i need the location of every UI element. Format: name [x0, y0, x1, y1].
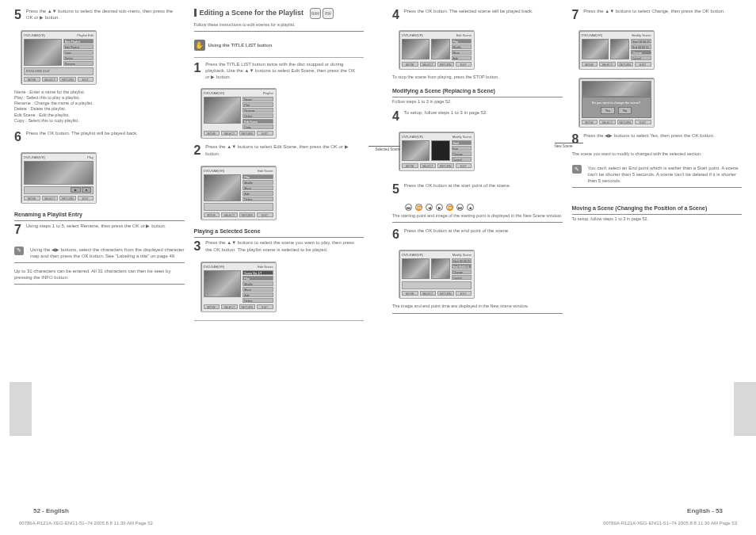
ui-footer-btn[interactable]: MOVE [204, 212, 220, 217]
ui-menu-item[interactable]: Rename [242, 108, 273, 113]
ui-modify-scene: DVD-RAM(VR) Modify Scene Start End Chang… [399, 132, 475, 171]
ui-menu-item[interactable]: Move [242, 287, 273, 292]
ui-footer-btn[interactable]: RETURN [59, 77, 76, 82]
ui-edit-scene: DVD-RAM(VR) Edit Scene Play Modify Move … [200, 166, 277, 220]
ui-footer-btn[interactable]: RETURN [617, 62, 634, 67]
ui-menu-item[interactable]: Add [452, 55, 472, 60]
ui-hdr-left: DVD-RAM(VR) [402, 253, 423, 257]
step-5-text: Press the ▲▼ buttons to select the desir… [26, 8, 179, 21]
ui-preview [582, 39, 609, 59]
ui-menu-item[interactable]: Rename [63, 61, 94, 66]
ui-footer-btn[interactable]: EXIT [78, 196, 94, 201]
ui-menu-item[interactable]: Start [452, 140, 472, 145]
ui-footer-btn[interactable]: SELECT [420, 291, 437, 296]
ui-footer-btn[interactable]: MOVE [402, 291, 418, 296]
ui-footer-btn[interactable]: MOVE [24, 196, 40, 201]
ui-menu-item[interactable]: Copy [242, 124, 273, 129]
ui-menu-item[interactable]: Play [242, 276, 273, 281]
ui-hdr-right: Playlist Edit [77, 33, 94, 37]
ui-footer-btn[interactable]: SELECT [420, 163, 437, 168]
ui-menu-item[interactable]: Delete [242, 113, 273, 118]
ui-footer-btn[interactable]: RETURN [617, 120, 634, 124]
ui-footer-btn[interactable]: MOVE [582, 120, 598, 124]
ui-menu-item[interactable]: End 00:00:51 [452, 264, 472, 269]
ui-preview-selected [431, 39, 450, 59]
ui-footer-btn[interactable]: EXIT [456, 163, 472, 168]
ui-menu-item[interactable]: Play [242, 102, 273, 107]
ui-menu-item[interactable]: Move [242, 185, 273, 190]
ui-menu-item[interactable]: Cancel [452, 157, 472, 162]
note-icon: ✎ [14, 246, 24, 255]
ui-footer-btn[interactable]: EXIT [257, 304, 273, 309]
ui-play: DVD-RAM(VR) Play ▶ ■ MOVE SELECT RETURN … [21, 152, 97, 204]
note-icon: ✎ [572, 165, 582, 174]
ui-menu-item[interactable]: New Playlist [63, 39, 94, 44]
ui-menu-item[interactable]: Modify [242, 281, 273, 286]
ui-footer-btn[interactable]: MOVE [204, 131, 220, 136]
ui-btn[interactable]: ▶ [71, 187, 81, 193]
ui-btn[interactable]: ■ [82, 187, 91, 193]
ui-menu-item[interactable]: Change [452, 269, 472, 274]
transport-icon: ◀ [426, 204, 433, 211]
ui-footer-btn[interactable]: RETURN [239, 212, 256, 217]
modify-title: Modifying a Scene (Replacing a Scene) [392, 88, 563, 97]
playing-scene-title: Playing a Selected Scene [194, 228, 365, 238]
ui-footer-btn[interactable]: SELECT [221, 304, 238, 309]
right-col1: 4 Press the OK button. The selected scen… [392, 8, 563, 319]
ui-menu-item[interactable]: Play [242, 174, 273, 179]
ui-menu-item[interactable]: Add [242, 191, 273, 196]
ui-menu-item[interactable]: Cancel [452, 275, 472, 280]
ui-menu-item[interactable]: Modify [452, 44, 472, 49]
ui-footer-btn[interactable]: MOVE [402, 62, 418, 67]
ui-footer-btn[interactable]: SELECT [42, 196, 59, 201]
ui-hdr-left: DVD-RAM(VR) [582, 33, 603, 37]
dialog-no-button[interactable]: No [618, 107, 632, 114]
ui-menu-item[interactable]: Delete [242, 298, 273, 303]
ui-menu-item[interactable]: Move [452, 50, 472, 55]
ui-menu-item[interactable]: Edit Playlist [63, 44, 94, 49]
ui-footer-btn[interactable]: SELECT [599, 62, 616, 67]
ui-footer-btn[interactable]: RETURN [437, 291, 454, 296]
ui-footer-btn[interactable]: EXIT [257, 131, 273, 136]
ui-playlist-edit: DVD-RAM(VR) Playlist Edit New Playlist E… [21, 30, 97, 85]
ui-menu-item[interactable]: Play [452, 39, 472, 44]
ui-footer-btn[interactable]: SELECT [599, 120, 616, 124]
ui-footer-btn[interactable]: RETURN [239, 131, 256, 136]
ui-menu-item: Start 00:00:25 [631, 39, 651, 44]
ui-menu-item[interactable]: Add [242, 292, 273, 297]
ui-menu-item[interactable]: Change [631, 50, 651, 55]
ui-footer-btn[interactable]: EXIT [635, 120, 651, 124]
ui-menu-item[interactable]: Name [242, 97, 273, 101]
ui-menu-item[interactable]: End [452, 146, 472, 151]
ui-footer-btn[interactable]: RETURN [59, 196, 76, 201]
ui-menu-item[interactable]: Delete [63, 55, 94, 60]
ui-hdr-left: DVD-RAM(VR) [24, 155, 45, 159]
step-6: 6 Press the OK button. The playlist will… [14, 130, 185, 144]
step-6b: 6 Press the OK button at the end point o… [392, 227, 563, 242]
ui-menu-item[interactable]: Copy [63, 50, 94, 55]
ui-menu-item[interactable]: Delete [242, 197, 273, 201]
ui-footer-btn[interactable]: EXIT [635, 62, 651, 67]
ui-footer-btn[interactable]: SELECT [221, 212, 238, 217]
ui-footer-btn[interactable]: RETURN [437, 62, 454, 67]
ui-footer-btn[interactable]: RETURN [437, 163, 454, 168]
ui-footer-btn[interactable]: MOVE [204, 304, 220, 309]
ui-footer-btn[interactable]: SELECT [42, 77, 59, 82]
ui-footer-btn[interactable]: EXIT [257, 212, 273, 217]
dialog-yes-button[interactable]: Yes [601, 107, 616, 114]
ui-footer-btn[interactable]: RETURN [239, 304, 256, 309]
ui-menu-item[interactable]: Modify [242, 180, 273, 185]
ui-footer-btn[interactable]: SELECT [420, 62, 437, 67]
ui-menu-item[interactable]: Change [452, 151, 472, 156]
ui-footer-btn[interactable]: MOVE [402, 163, 418, 168]
step-8: 8 Press the ◀▶ buttons to select Yes, th… [572, 132, 743, 147]
ui-menu-item[interactable]: Cancel [631, 55, 651, 60]
ui-footer-btn[interactable]: EXIT [456, 291, 472, 296]
ui-footer-btn[interactable]: MOVE [24, 77, 40, 82]
ui-footer-btn[interactable]: EXIT [456, 62, 472, 67]
ui-menu-item[interactable]: Edit Scene [242, 119, 273, 124]
ui-preview-new [431, 258, 450, 279]
ui-footer-btn[interactable]: SELECT [221, 131, 238, 136]
ui-footer-btn[interactable]: EXIT [78, 77, 94, 82]
ui-footer-btn[interactable]: MOVE [582, 62, 598, 67]
